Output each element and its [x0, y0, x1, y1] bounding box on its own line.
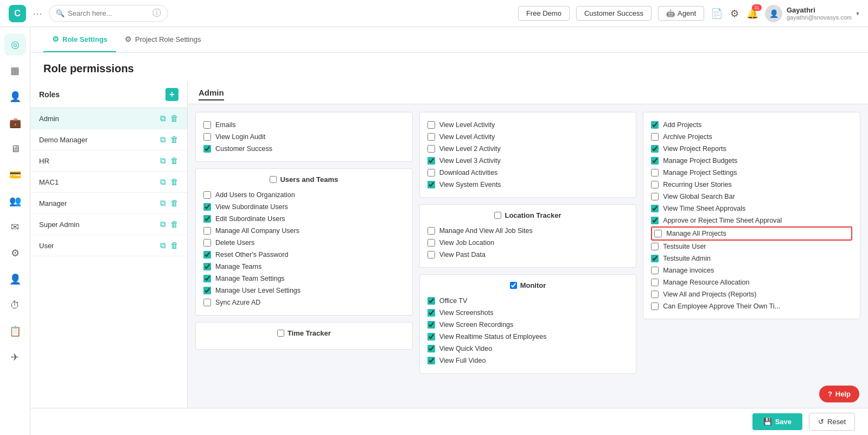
sidebar-item-globe[interactable]: ◎ [4, 34, 26, 55]
copy-icon[interactable]: ⧉ [160, 177, 166, 187]
perm-view-project-reports: View Project Reports [651, 143, 852, 155]
checkbox-view-level-3[interactable] [427, 157, 435, 165]
checkbox-manage-project-budgets[interactable] [651, 157, 659, 165]
checkbox-view-quick-video[interactable] [427, 345, 435, 352]
checkbox-sync-azure[interactable] [203, 299, 211, 306]
copy-icon[interactable]: ⧉ [160, 219, 166, 229]
checkbox-manage-resource-allocation[interactable] [651, 279, 659, 286]
checkbox-view-project-reports[interactable] [651, 145, 659, 153]
checkbox-view-level-activity-1[interactable] [427, 121, 435, 129]
checkbox-manage-project-settings[interactable] [651, 169, 659, 176]
sidebar-item-projects[interactable]: 💼 [4, 112, 26, 134]
sidebar-item-reports[interactable]: 📋 [4, 320, 26, 342]
checkbox-view-past-data[interactable] [427, 251, 435, 259]
checkbox-manage-job-sites[interactable] [427, 227, 435, 235]
checkbox-view-screenshots[interactable] [427, 309, 435, 317]
checkbox-view-all-projects-reports[interactable] [651, 291, 659, 298]
settings-icon[interactable]: ⚙ [730, 8, 739, 20]
checkbox-manage-team-settings[interactable] [203, 275, 211, 282]
sidebar-item-settings[interactable]: ⚙ [4, 242, 26, 264]
checkbox-manage-teams[interactable] [203, 263, 211, 270]
free-demo-button[interactable]: Free Demo [518, 6, 570, 21]
checkbox-add-users[interactable] [203, 191, 211, 199]
delete-icon[interactable]: 🗑 [170, 241, 178, 250]
sidebar-item-dashboard[interactable]: ▦ [4, 60, 26, 81]
checkbox-testsuite-user[interactable] [651, 243, 659, 250]
user-email: gayathri@snovasys.com [787, 14, 852, 21]
reset-button[interactable]: ↺ Reset [809, 413, 855, 431]
checkbox-customer-success[interactable] [203, 145, 211, 153]
checkbox-delete-users[interactable] [203, 239, 211, 247]
checkbox-office-tv[interactable] [427, 297, 435, 305]
sidebar-item-mail[interactable]: ✉ [4, 216, 26, 238]
checkbox-users-teams-all[interactable] [270, 176, 277, 183]
customer-success-button[interactable]: Customer Success [576, 6, 652, 21]
checkbox-view-subordinate[interactable] [203, 203, 211, 211]
checkbox-manage-all-projects[interactable] [654, 230, 662, 237]
copy-icon[interactable]: ⧉ [160, 135, 166, 144]
checkbox-view-level-activity-2[interactable] [427, 133, 435, 141]
checkbox-view-job-location[interactable] [427, 239, 435, 247]
role-item-user[interactable]: User ⧉ 🗑 [30, 235, 187, 256]
add-role-button[interactable]: + [165, 88, 178, 101]
checkbox-location-tracker-all[interactable] [494, 212, 501, 219]
user-info[interactable]: 👤 Gayathri gayathri@snovasys.com ▾ [765, 5, 859, 22]
sidebar-item-timer[interactable]: ⏱ [4, 294, 26, 316]
role-item-manager[interactable]: Manager ⧉ 🗑 [30, 193, 187, 214]
checkbox-archive-projects[interactable] [651, 133, 659, 141]
sidebar-item-monitor[interactable]: 🖥 [4, 138, 26, 160]
nav-expand-icon[interactable]: ⋯ [33, 8, 42, 20]
copy-icon[interactable]: ⧉ [160, 114, 166, 123]
checkbox-view-level-2[interactable] [427, 145, 435, 153]
role-item-super-admin[interactable]: Super Admin ⧉ 🗑 [30, 214, 187, 235]
help-button[interactable]: ? Help [819, 386, 859, 402]
checkbox-manage-invoices[interactable] [651, 267, 659, 274]
save-button[interactable]: 💾 Save [752, 413, 802, 430]
role-item-admin[interactable]: Admin ⧉ 🗑 [30, 108, 187, 129]
tab-role-settings[interactable]: ⚙ Role Settings [43, 27, 116, 52]
notification-icon[interactable]: 🔔 31 [746, 8, 758, 20]
checkbox-view-login-audit[interactable] [203, 133, 211, 141]
checkbox-emails[interactable] [203, 121, 211, 129]
col-2: View Level Activity View Level Activity … [416, 109, 640, 377]
checkbox-recurring-user-stories[interactable] [651, 181, 659, 188]
document-icon[interactable]: 📄 [711, 8, 723, 20]
sidebar-item-send[interactable]: ✈ [4, 346, 26, 368]
checkbox-view-global-search[interactable] [651, 193, 659, 200]
copy-icon[interactable]: ⧉ [160, 198, 166, 208]
copy-icon[interactable]: ⧉ [160, 156, 166, 166]
delete-icon[interactable]: 🗑 [170, 198, 178, 208]
checkbox-reset-password[interactable] [203, 251, 211, 259]
copy-icon[interactable]: ⧉ [160, 241, 166, 250]
delete-icon[interactable]: 🗑 [170, 114, 178, 123]
checkbox-approve-reject-timesheet[interactable] [651, 217, 659, 224]
checkbox-view-full-video[interactable] [427, 357, 435, 364]
search-input[interactable] [68, 9, 149, 17]
checkbox-view-timesheet-approvals[interactable] [651, 205, 659, 212]
delete-icon[interactable]: 🗑 [170, 156, 178, 166]
sidebar-item-teams[interactable]: 👥 [4, 190, 26, 212]
checkbox-add-projects[interactable] [651, 121, 659, 129]
delete-icon[interactable]: 🗑 [170, 219, 178, 229]
sidebar-item-user[interactable]: 👤 [4, 86, 26, 108]
agent-button[interactable]: 🤖 Agent [658, 6, 704, 21]
checkbox-time-tracker-all[interactable] [277, 330, 284, 337]
sidebar-item-profile[interactable]: 👤 [4, 268, 26, 290]
checkbox-employee-approve-own[interactable] [651, 302, 659, 310]
tab-project-role-settings[interactable]: ⚙ Project Role Settings [116, 27, 209, 52]
checkbox-view-system-events[interactable] [427, 181, 435, 188]
checkbox-testsuite-admin[interactable] [651, 255, 659, 262]
delete-icon[interactable]: 🗑 [170, 177, 178, 187]
checkbox-edit-subordinate[interactable] [203, 215, 211, 223]
checkbox-manage-user-level[interactable] [203, 287, 211, 294]
delete-icon[interactable]: 🗑 [170, 135, 178, 144]
checkbox-view-screen-recordings[interactable] [427, 321, 435, 329]
sidebar-item-billing[interactable]: 💳 [4, 164, 26, 186]
role-item-demo-manager[interactable]: Demo Manager ⧉ 🗑 [30, 129, 187, 150]
role-item-mac1[interactable]: MAC1 ⧉ 🗑 [30, 172, 187, 193]
checkbox-download-activities[interactable] [427, 169, 435, 176]
checkbox-view-realtime-status[interactable] [427, 333, 435, 341]
checkbox-monitor-all[interactable] [510, 282, 517, 289]
role-item-hr[interactable]: HR ⧉ 🗑 [30, 150, 187, 172]
checkbox-manage-company-users[interactable] [203, 227, 211, 235]
